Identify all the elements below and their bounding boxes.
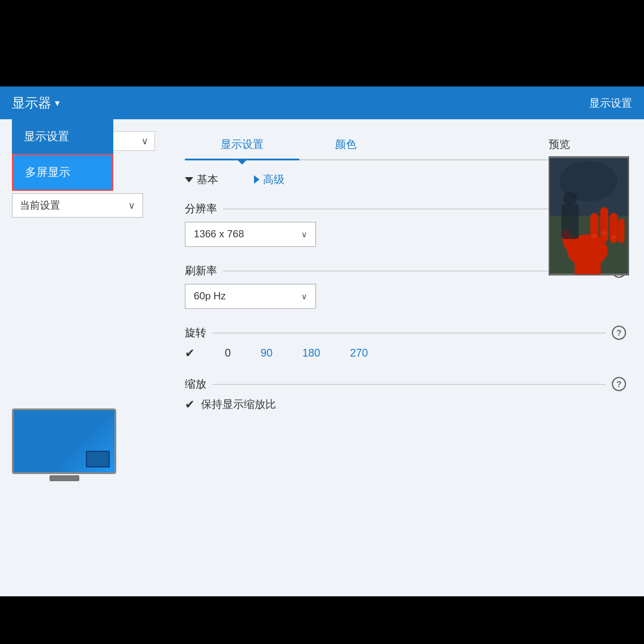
refresh-rate-value: 60p Hz [194,290,226,302]
rotation-group: 旋转 ? ✔ 0 90 180 270 [185,326,626,360]
preview-area: 预览 [549,137,632,275]
scale-checkmark-icon: ✔ [185,397,195,411]
header-chevron-icon: ▾ [55,97,60,109]
rotation-270[interactable]: 270 [350,347,368,360]
svg-rect-13 [561,205,578,239]
header-right-label: 显示设置 [589,96,632,110]
scale-info-icon[interactable]: ? [612,377,626,391]
hand-svg [550,157,628,274]
svg-rect-6 [600,207,608,242]
refresh-rate-label: 刷新率 [185,264,217,278]
advanced-label: 高级 [263,172,284,187]
config-select[interactable]: 当前设置 ∨ [12,193,143,218]
header-title: 显示器 [12,94,51,112]
svg-rect-9 [575,261,601,274]
tab-color[interactable]: 颜色 [299,131,392,159]
svg-point-12 [611,236,616,240]
triangle-right-icon [254,175,259,184]
scale-group: 缩放 ? ✔ 保持显示缩放比 [185,377,626,411]
preview-label: 预览 [549,137,632,151]
monitor-preview [12,408,155,474]
monitor-image [12,408,116,474]
monitor-menu-button[interactable]: 显示器 ▾ [12,94,60,112]
svg-point-14 [563,191,577,205]
rotation-info-icon[interactable]: ? [612,326,626,340]
basic-section: 基本 [185,172,218,187]
dropdown-menu: 显示设置 多屏显示 [12,119,113,191]
header-bar: 显示器 ▾ 显示设置 [0,86,644,119]
rotation-checkmark-icon: ✔ [185,346,195,360]
rotation-label-row: 旋转 ? [185,326,626,340]
svg-point-10 [592,234,597,239]
scale-checkbox-label: 保持显示缩放比 [201,397,276,411]
dropdown-item-multiscreen[interactable]: 多屏显示 [12,154,113,191]
top-bar [0,0,644,86]
left-sidebar: 选 ∨ 显示配置式 当前设置 ∨ [0,119,167,596]
resolution-chevron-icon: ∨ [301,230,307,239]
refresh-rate-chevron-icon: ∨ [301,292,307,301]
refresh-rate-select[interactable]: 60p Hz ∨ [185,284,316,309]
config-current-label: 当前设置 [20,199,60,212]
rotation-divider [212,333,606,333]
scale-label-row: 缩放 ? [185,377,626,391]
rotation-options-row: ✔ 0 90 180 270 [185,346,626,360]
tab-display-settings[interactable]: 显示设置 [185,131,299,160]
main-content: 选 ∨ 显示配置式 当前设置 ∨ [0,119,644,596]
scale-label: 缩放 [185,377,206,391]
screen-container: 显示器 ▾ 显示设置 显示设置 多屏显示 选 ∨ 显示配置式 [0,0,644,644]
scale-checkbox-row[interactable]: ✔ 保持显示缩放比 [185,397,626,411]
resolution-select[interactable]: 1366 x 768 ∨ [185,222,316,247]
preview-image [549,156,629,275]
rotation-90[interactable]: 90 [261,347,273,360]
config-chevron-icon: ∨ [128,200,135,211]
svg-rect-8 [618,219,625,243]
advanced-section[interactable]: 高级 [254,172,284,187]
bottom-bar [0,596,644,644]
scale-divider [212,384,606,385]
triangle-down-icon [185,177,193,182]
dropdown-item-display-settings[interactable]: 显示设置 [12,119,113,154]
selector-chevron-icon: ∨ [141,135,148,147]
basic-label: 基本 [197,172,218,187]
rotation-0[interactable]: 0 [225,347,231,360]
rotation-label: 旋转 [185,326,206,340]
rotation-180[interactable]: 180 [302,347,320,360]
svg-point-11 [601,231,607,236]
resolution-label: 分辨率 [185,202,217,216]
resolution-value: 1366 x 768 [194,228,244,240]
